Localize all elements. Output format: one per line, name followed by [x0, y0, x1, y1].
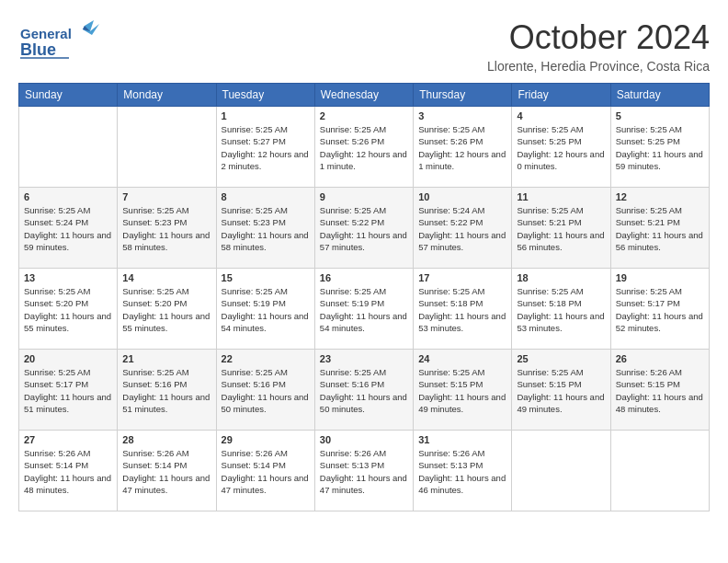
svg-text:General: General: [20, 26, 72, 41]
day-number: 8: [222, 191, 310, 202]
day-info: Sunrise: 5:25 AMSunset: 5:16 PMDaylight:…: [222, 366, 310, 415]
day-number: 15: [222, 272, 310, 283]
day-info: Sunrise: 5:25 AMSunset: 5:15 PMDaylight:…: [418, 366, 506, 415]
day-number: 29: [222, 434, 310, 445]
day-info: Sunrise: 5:25 AMSunset: 5:19 PMDaylight:…: [222, 285, 310, 334]
day-number: 20: [24, 353, 112, 364]
table-cell: 6Sunrise: 5:25 AMSunset: 5:24 PMDaylight…: [19, 188, 118, 269]
table-cell: 19Sunrise: 5:25 AMSunset: 5:17 PMDayligh…: [610, 269, 709, 350]
header-friday: Friday: [512, 84, 610, 107]
day-number: 22: [222, 353, 310, 364]
table-cell: 31Sunrise: 5:26 AMSunset: 5:13 PMDayligh…: [414, 431, 512, 511]
day-info: Sunrise: 5:26 AMSunset: 5:14 PMDaylight:…: [122, 447, 210, 496]
day-info: Sunrise: 5:25 AMSunset: 5:23 PMDaylight:…: [122, 204, 210, 253]
day-info: Sunrise: 5:25 AMSunset: 5:18 PMDaylight:…: [517, 285, 605, 334]
day-number: 11: [517, 191, 605, 202]
svg-text:Blue: Blue: [20, 40, 56, 59]
title-block: October 2024 Llorente, Heredia Province,…: [487, 18, 710, 74]
header-wednesday: Wednesday: [314, 84, 413, 107]
calendar-table: Sunday Monday Tuesday Wednesday Thursday…: [18, 83, 710, 511]
table-cell: 22Sunrise: 5:25 AMSunset: 5:16 PMDayligh…: [216, 350, 314, 431]
table-cell: [512, 431, 610, 511]
day-info: Sunrise: 5:26 AMSunset: 5:14 PMDaylight:…: [222, 447, 310, 496]
header-thursday: Thursday: [414, 84, 512, 107]
day-info: Sunrise: 5:26 AMSunset: 5:15 PMDaylight:…: [616, 366, 704, 415]
header-sunday: Sunday: [19, 84, 118, 107]
day-info: Sunrise: 5:25 AMSunset: 5:20 PMDaylight:…: [24, 285, 112, 334]
table-cell: [610, 431, 709, 511]
day-number: 9: [320, 191, 408, 202]
header-tuesday: Tuesday: [216, 84, 314, 107]
logo-svg: General Blue: [18, 18, 101, 69]
day-info: Sunrise: 5:25 AMSunset: 5:15 PMDaylight:…: [517, 366, 605, 415]
logo: General Blue: [18, 18, 101, 69]
day-info: Sunrise: 5:25 AMSunset: 5:24 PMDaylight:…: [24, 204, 112, 253]
day-info: Sunrise: 5:25 AMSunset: 5:17 PMDaylight:…: [24, 366, 112, 415]
table-cell: [118, 107, 216, 188]
table-cell: 17Sunrise: 5:25 AMSunset: 5:18 PMDayligh…: [414, 269, 512, 350]
day-number: 14: [122, 272, 210, 283]
day-info: Sunrise: 5:26 AMSunset: 5:13 PMDaylight:…: [418, 447, 506, 496]
day-number: 17: [418, 272, 506, 283]
weekday-header-row: Sunday Monday Tuesday Wednesday Thursday…: [19, 84, 710, 107]
day-info: Sunrise: 5:25 AMSunset: 5:25 PMDaylight:…: [616, 123, 704, 172]
day-info: Sunrise: 5:25 AMSunset: 5:20 PMDaylight:…: [122, 285, 210, 334]
table-cell: 12Sunrise: 5:25 AMSunset: 5:21 PMDayligh…: [610, 188, 709, 269]
table-cell: [19, 107, 118, 188]
day-info: Sunrise: 5:25 AMSunset: 5:21 PMDaylight:…: [616, 204, 704, 253]
day-number: 4: [517, 110, 605, 121]
table-cell: 16Sunrise: 5:25 AMSunset: 5:19 PMDayligh…: [314, 269, 413, 350]
day-number: 10: [418, 191, 506, 202]
location-title: Llorente, Heredia Province, Costa Rica: [487, 59, 710, 74]
table-cell: 9Sunrise: 5:25 AMSunset: 5:22 PMDaylight…: [314, 188, 413, 269]
table-cell: 28Sunrise: 5:26 AMSunset: 5:14 PMDayligh…: [118, 431, 216, 511]
week-row-3: 13Sunrise: 5:25 AMSunset: 5:20 PMDayligh…: [19, 269, 710, 350]
day-number: 13: [24, 272, 112, 283]
table-cell: 4Sunrise: 5:25 AMSunset: 5:25 PMDaylight…: [512, 107, 610, 188]
day-number: 16: [320, 272, 408, 283]
table-cell: 29Sunrise: 5:26 AMSunset: 5:14 PMDayligh…: [216, 431, 314, 511]
day-number: 28: [122, 434, 210, 445]
day-info: Sunrise: 5:25 AMSunset: 5:25 PMDaylight:…: [517, 123, 605, 172]
table-cell: 24Sunrise: 5:25 AMSunset: 5:15 PMDayligh…: [414, 350, 512, 431]
day-info: Sunrise: 5:25 AMSunset: 5:18 PMDaylight:…: [418, 285, 506, 334]
day-info: Sunrise: 5:25 AMSunset: 5:16 PMDaylight:…: [122, 366, 210, 415]
table-cell: 14Sunrise: 5:25 AMSunset: 5:20 PMDayligh…: [118, 269, 216, 350]
day-number: 21: [122, 353, 210, 364]
day-number: 5: [616, 110, 704, 121]
day-info: Sunrise: 5:26 AMSunset: 5:14 PMDaylight:…: [24, 447, 112, 496]
table-cell: 2Sunrise: 5:25 AMSunset: 5:26 PMDaylight…: [314, 107, 413, 188]
day-number: 27: [24, 434, 112, 445]
day-number: 6: [24, 191, 112, 202]
table-cell: 15Sunrise: 5:25 AMSunset: 5:19 PMDayligh…: [216, 269, 314, 350]
table-cell: 30Sunrise: 5:26 AMSunset: 5:13 PMDayligh…: [314, 431, 413, 511]
header-saturday: Saturday: [610, 84, 709, 107]
day-info: Sunrise: 5:25 AMSunset: 5:16 PMDaylight:…: [320, 366, 408, 415]
day-info: Sunrise: 5:25 AMSunset: 5:17 PMDaylight:…: [616, 285, 704, 334]
day-info: Sunrise: 5:25 AMSunset: 5:23 PMDaylight:…: [222, 204, 310, 253]
day-info: Sunrise: 5:25 AMSunset: 5:26 PMDaylight:…: [418, 123, 506, 172]
day-number: 31: [418, 434, 506, 445]
day-number: 23: [320, 353, 408, 364]
day-info: Sunrise: 5:26 AMSunset: 5:13 PMDaylight:…: [320, 447, 408, 496]
table-cell: 5Sunrise: 5:25 AMSunset: 5:25 PMDaylight…: [610, 107, 709, 188]
page-header: General Blue October 2024 Llorente, Here…: [18, 18, 710, 74]
day-number: 25: [517, 353, 605, 364]
table-cell: 26Sunrise: 5:26 AMSunset: 5:15 PMDayligh…: [610, 350, 709, 431]
table-cell: 7Sunrise: 5:25 AMSunset: 5:23 PMDaylight…: [118, 188, 216, 269]
day-number: 3: [418, 110, 506, 121]
day-number: 18: [517, 272, 605, 283]
day-number: 30: [320, 434, 408, 445]
table-cell: 13Sunrise: 5:25 AMSunset: 5:20 PMDayligh…: [19, 269, 118, 350]
day-info: Sunrise: 5:25 AMSunset: 5:22 PMDaylight:…: [320, 204, 408, 253]
day-number: 19: [616, 272, 704, 283]
day-info: Sunrise: 5:25 AMSunset: 5:27 PMDaylight:…: [222, 123, 310, 172]
table-cell: 11Sunrise: 5:25 AMSunset: 5:21 PMDayligh…: [512, 188, 610, 269]
table-cell: 25Sunrise: 5:25 AMSunset: 5:15 PMDayligh…: [512, 350, 610, 431]
week-row-2: 6Sunrise: 5:25 AMSunset: 5:24 PMDaylight…: [19, 188, 710, 269]
table-cell: 27Sunrise: 5:26 AMSunset: 5:14 PMDayligh…: [19, 431, 118, 511]
day-info: Sunrise: 5:25 AMSunset: 5:21 PMDaylight:…: [517, 204, 605, 253]
table-cell: 21Sunrise: 5:25 AMSunset: 5:16 PMDayligh…: [118, 350, 216, 431]
day-number: 2: [320, 110, 408, 121]
table-cell: 10Sunrise: 5:24 AMSunset: 5:22 PMDayligh…: [414, 188, 512, 269]
